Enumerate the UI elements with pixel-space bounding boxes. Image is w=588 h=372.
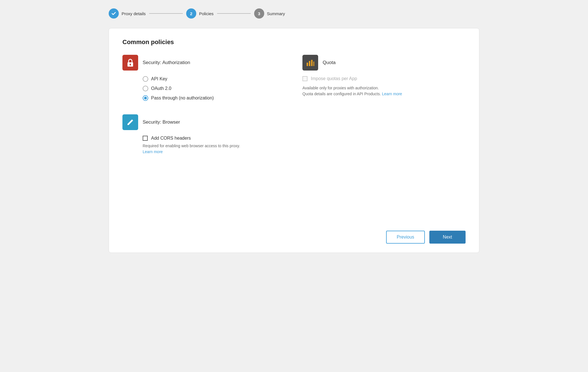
- radio-label-api-key: API Key: [151, 76, 167, 81]
- authorization-title: Security: Authorization: [143, 60, 190, 65]
- previous-button[interactable]: Previous: [386, 231, 425, 244]
- section-title: Common policies: [122, 38, 466, 46]
- main-card: Common policies Security: Authorization: [109, 28, 479, 253]
- step-connector-1: [149, 13, 183, 14]
- radio-label-oauth: OAuth 2.0: [151, 86, 171, 91]
- security-auth-icon: [122, 55, 138, 71]
- cors-label: Add CORS headers: [151, 136, 191, 141]
- cors-learn-more-link[interactable]: Learn more: [143, 149, 163, 154]
- quota-section: Quota Impose quotas per App Available on…: [302, 55, 466, 101]
- authorization-section: Security: Authorization API Key OAuth 2.…: [122, 55, 286, 101]
- browser-icon: [122, 114, 138, 130]
- quota-title: Quota: [323, 60, 336, 65]
- radio-pass-through[interactable]: Pass through (no authorization): [143, 95, 286, 101]
- step-2-circle: 2: [186, 8, 196, 19]
- step-proxy-details: Proxy details: [109, 8, 146, 19]
- radio-api-key[interactable]: API Key: [143, 76, 286, 82]
- bottom-buttons: Previous Next: [386, 231, 466, 244]
- quota-checkbox-row: Impose quotas per App: [302, 76, 466, 81]
- radio-input-pass-through[interactable]: [143, 95, 148, 101]
- quota-description: Available only for proxies with authoriz…: [302, 85, 466, 97]
- step-summary: 3 Summary: [254, 8, 285, 19]
- svg-point-1: [130, 64, 131, 65]
- next-button[interactable]: Next: [429, 231, 466, 244]
- step-3-circle: 3: [254, 8, 264, 19]
- step-1-circle: [109, 8, 119, 19]
- policies-grid: Security: Authorization API Key OAuth 2.…: [122, 55, 466, 101]
- svg-rect-4: [309, 61, 310, 66]
- browser-section: Security: Browser Add CORS headers Requi…: [122, 114, 466, 155]
- svg-rect-5: [311, 60, 313, 66]
- browser-title: Security: Browser: [143, 119, 180, 125]
- quota-checkbox[interactable]: [302, 76, 307, 81]
- step-3-label: Summary: [267, 11, 285, 16]
- browser-header: Security: Browser: [122, 114, 466, 130]
- radio-oauth[interactable]: OAuth 2.0: [143, 86, 286, 91]
- authorization-options: API Key OAuth 2.0 Pass through (no autho…: [122, 76, 286, 101]
- radio-input-oauth[interactable]: [143, 86, 148, 91]
- quota-learn-more-link[interactable]: Learn more: [382, 92, 402, 96]
- radio-input-api-key[interactable]: [143, 76, 148, 82]
- authorization-header: Security: Authorization: [122, 55, 286, 71]
- svg-rect-3: [307, 63, 308, 66]
- cors-description: Required for enabling web browser access…: [122, 143, 466, 155]
- quota-checkbox-label: Impose quotas per App: [311, 76, 357, 81]
- radio-label-pass-through: Pass through (no authorization): [151, 96, 214, 101]
- step-connector-2: [217, 13, 251, 14]
- step-policies: 2 Policies: [186, 8, 214, 19]
- quota-icon: [302, 55, 318, 71]
- cors-row: Add CORS headers: [122, 136, 466, 141]
- svg-rect-6: [313, 62, 314, 66]
- quota-header: Quota: [302, 55, 466, 71]
- cors-checkbox[interactable]: [143, 136, 148, 141]
- step-1-label: Proxy details: [122, 11, 146, 16]
- stepper: Proxy details 2 Policies 3 Summary: [109, 6, 479, 21]
- step-2-label: Policies: [199, 11, 214, 16]
